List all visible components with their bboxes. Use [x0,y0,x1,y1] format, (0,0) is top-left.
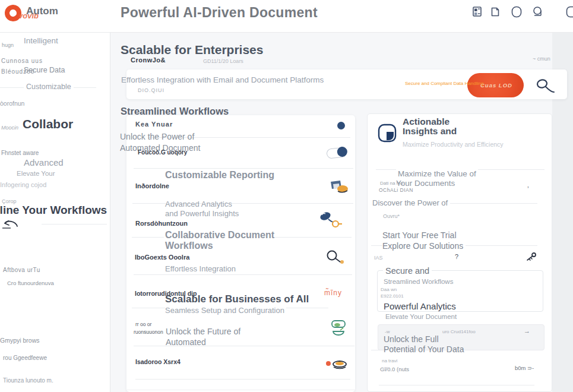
search-icon[interactable] [536,79,556,94]
feature-glitch: Kea Ynuar [135,121,173,128]
potential-title2: Potential of Your Data [384,344,464,355]
sidebar-glitch: Infogering cojod [0,181,46,189]
sidebar-glitch: rou Ggeedfeewe [3,355,47,362]
grid-icon[interactable] [473,7,482,17]
bottom-glitch: na travi [382,358,397,364]
feature-title-collab2[interactable]: Workflows [165,240,213,252]
analytics-box-sub: Elevate Your Document [384,312,458,321]
sidebar-item-customizable[interactable]: Customizable [24,83,74,91]
sidebar-glitch: Cunnosa uus [1,58,43,65]
feature-glitch: rr oo or [135,321,151,327]
feature-title-scalable[interactable]: Scalable for Businesses of All [165,293,309,306]
secure-box-glitch: Daa wn [381,287,397,293]
bottom-right-glitch: b0m ⊃- [515,365,534,372]
analytics-box-title: Powerful Analytics [384,301,456,312]
divider [135,379,350,380]
tick-glyph: ’ [527,185,529,194]
eco-doodle-icon [328,320,347,337]
heading-glitch: CronwJo& [131,56,166,64]
compliance-note: Secure and Compliant Data Handling [405,81,483,87]
insights-title2: Insights and [403,126,457,137]
file-icon[interactable] [490,7,500,17]
arrow-glyph[interactable]: → [524,327,530,335]
sidebar-heading-collabor[interactable]: Collabor [23,116,73,132]
insights-subtitle: Maximize Productivity and Efficiency [403,141,504,148]
feature-title-collab[interactable]: Collaborative Document [165,229,274,241]
cta-button-label: Cuas LOD [480,82,512,88]
profile-icon[interactable] [532,6,543,18]
sidebar-item-intelligent[interactable]: Intelligent [24,36,58,46]
feature-text: Effortless Integration [165,264,236,274]
clipped-panel-icon[interactable] [566,6,573,18]
app-window: vovib Autom Powerful AI-Driven Document … [0,0,573,392]
help-glyph[interactable]: ? [455,253,458,261]
sidebar-item-elevate-your[interactable]: Elevate Your [17,169,55,178]
feature-glitch: Foucoò.G uoqory [138,149,187,156]
sidebar: hugn Intelligent Cunnosa uus Bléoudzöö S… [0,33,110,392]
divider [134,274,352,275]
sidebar-glitch: Tiounza lunouto m. [3,377,53,384]
value-text: Maximize the Value of [396,169,478,179]
sidebar-item-secure-data[interactable]: Secure Data [24,66,65,75]
feature-text: Seamless Setup and Configuration [165,306,286,315]
feature-glitch: Isadoroo Xsrx4 [135,358,181,366]
potential-title: Unlock the Full [384,334,439,344]
email-glitch-label: ~ cmun [533,56,550,62]
feature-text: Advanced Analytics [165,200,232,209]
search-bar-glitch: DIO.QIUI [138,87,164,94]
search-bar-text: Effortless Integration with Email and Do… [121,75,324,85]
sidebar-glitch: òorofnun [0,100,24,108]
secure-box-sub: Streamlined Workflows [384,277,453,286]
logo-text: Autom [26,5,58,18]
cta-free-trial[interactable]: Start Your Free Trial [382,230,457,241]
sidebar-item-advanced[interactable]: Advanced [24,157,64,168]
sidebar-glitch: hugn [2,42,14,49]
discover-glitch: Ouvru* [383,213,400,220]
cta-solutions[interactable]: Explore Our Solutions [382,241,466,251]
row-glitch: IAS [374,255,383,261]
secure-box-title: Secure and [383,266,432,277]
feature-title-reporting[interactable]: Customizable Reporting [165,169,274,181]
feature-text: Unlock the Power of [120,132,194,142]
bottom-glitch2: Gl/0.0 (nuts [380,366,409,373]
insights-logo-icon [378,124,397,143]
sidebar-glitch: Cro ftunourdenuva [7,280,54,287]
sidebar-glitch: Moocin [1,125,18,131]
squircle-icon[interactable] [511,6,522,18]
key-icon [525,252,537,261]
divider [379,385,534,385]
secure-box-glitch2: E922.0101 [381,293,404,299]
divider [42,224,107,225]
undo-arrow-icon[interactable] [1,217,20,230]
feature-glitch: IboGoexts Ooolra [135,254,189,261]
feature-glitch: Inðordolne [135,182,169,190]
orange-glitch: m̃ĩny [324,289,342,298]
divider [134,168,353,169]
divider [273,237,352,238]
feature-glitch: Rorsdòhuntzoun [135,220,188,227]
analytics-doodle-icon [319,211,343,228]
report-doodle-icon [330,179,349,195]
main-heading: Scalable for Enterprises [121,42,263,58]
feature-glitch: ruonsuuonon [134,329,163,335]
value-text2: Your Documents [396,179,455,188]
sidebar-glitch: Gmypyi brows [0,337,40,344]
section-heading: Streamlined Workflows [121,105,229,117]
logo[interactable]: vovib Autom [0,0,71,33]
feature-text: Unlock the Future of [166,327,240,337]
topbar: vovib Autom Powerful AI-Driven Document [0,0,573,33]
sidebar-glitch: Aftbova urTu [3,267,40,274]
discover-text: Discover the Power of [370,198,450,208]
divider [126,390,355,390]
bullet-dot-icon [337,122,345,129]
sidebar-glitch: Fhnstet aware [1,150,39,157]
potential-glitch2: uro Crud141foo [442,329,476,335]
magnifier-doodle-icon [325,250,347,264]
inbox-doodle-icon [325,359,347,370]
divider [132,237,164,238]
feature-text: Automated [166,337,206,347]
sidebar-heading-workflows: nline Your Workflows [0,203,107,217]
heading-glitch: GD11/1/20 Loars [203,58,243,65]
page-title: Powerful AI-Driven Document [121,4,318,21]
feature-text: and Powerful Insights [165,209,239,219]
